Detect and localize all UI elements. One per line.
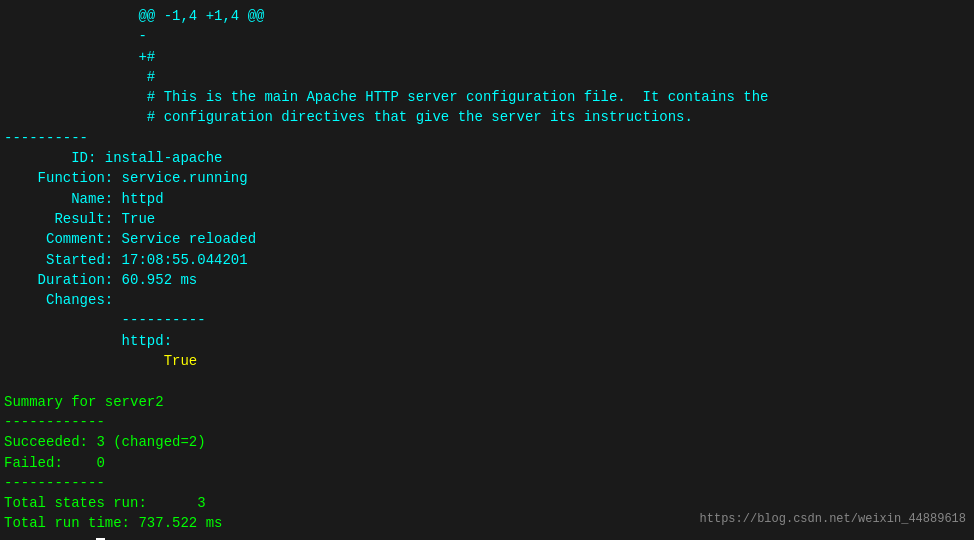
terminal-window: @@ -1,4 +1,4 @@ - +# # # This is the mai… xyxy=(0,4,974,540)
started-line: Started: 17:08:55.044201 xyxy=(4,250,970,270)
summary-header-line: Summary for server2 xyxy=(4,392,970,412)
result-line: Result: True xyxy=(4,209,970,229)
cursor-line xyxy=(4,534,970,540)
httpd-value-line: True xyxy=(4,351,970,371)
name-line: Name: httpd xyxy=(4,189,970,209)
watermark-text: https://blog.csdn.net/weixin_44889618 xyxy=(700,512,966,526)
total-states-line: Total states run: 3 xyxy=(4,493,970,513)
failed-line: Failed: 0 xyxy=(4,453,970,473)
diff-space-line: # xyxy=(4,67,970,87)
diff-comment-line1: # This is the main Apache HTTP server co… xyxy=(4,87,970,107)
changes-separator-line: ---------- xyxy=(4,310,970,330)
diff-minus-line: - xyxy=(4,26,970,46)
function-line: Function: service.running xyxy=(4,168,970,188)
diff-header-line: @@ -1,4 +1,4 @@ xyxy=(4,6,970,26)
changes-label-line: Changes: xyxy=(4,290,970,310)
diff-plus-line: +# xyxy=(4,47,970,67)
httpd-label-line: httpd: xyxy=(4,331,970,351)
duration-line: Duration: 60.952 ms xyxy=(4,270,970,290)
succeeded-line: Succeeded: 3 (changed=2) xyxy=(4,432,970,452)
summary-separator2: ------------ xyxy=(4,473,970,493)
blank-line xyxy=(4,371,970,391)
id-line: ID: install-apache xyxy=(4,148,970,168)
separator-line1: ---------- xyxy=(4,128,970,148)
diff-comment-line2: # configuration directives that give the… xyxy=(4,107,970,127)
summary-separator1: ------------ xyxy=(4,412,970,432)
comment-line: Comment: Service reloaded xyxy=(4,229,970,249)
